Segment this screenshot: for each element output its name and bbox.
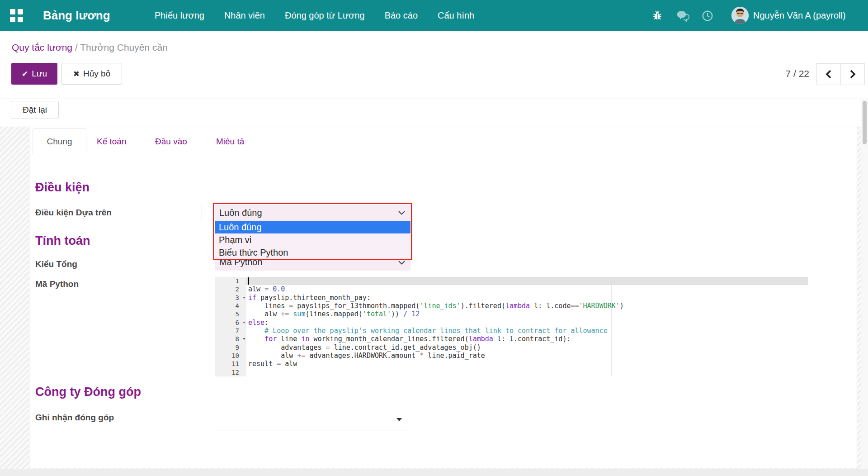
menu-payslips[interactable]: Phiếu lương: [155, 10, 204, 21]
user-avatar[interactable]: [731, 7, 749, 24]
fold-arrow-icon[interactable]: ▾: [242, 319, 245, 327]
chevron-down-icon: [398, 211, 405, 215]
section-contribution-title: Công ty Đóng góp: [35, 385, 141, 399]
gutter-line-number: 6▾: [215, 319, 246, 327]
gutter-line-number: 5: [215, 310, 246, 318]
gutter-line-number: 8▾: [215, 335, 246, 343]
code-gutter: 123▾456▾78▾9101112: [215, 277, 246, 376]
breadcrumb: Quy tắc lương / Thưởng Chuyên cần: [12, 40, 168, 55]
horizontal-scrollbar[interactable]: [0, 469, 868, 476]
apps-grid-icon[interactable]: [10, 9, 23, 22]
python-code-editor[interactable]: 123▾456▾78▾9101112 alw = 0.0if payslip.t…: [215, 277, 808, 376]
dropdown-option[interactable]: Phạm vi: [215, 233, 410, 246]
python-code-label: Mã Python: [35, 279, 79, 289]
gutter-line-number: 4: [215, 302, 246, 310]
tab-general[interactable]: Chung: [33, 129, 86, 154]
code-line[interactable]: result = alw: [246, 360, 808, 368]
dropdown-option[interactable]: Luôn đúng: [215, 221, 410, 233]
navbar-menus: Phiếu lương Nhân viên Đóng góp từ Lương …: [155, 0, 474, 31]
vertical-scrollbar[interactable]: [861, 99, 868, 476]
code-line[interactable]: alw += sum(lines.mapped('total')) / 12: [246, 310, 808, 318]
menu-contributions[interactable]: Đóng góp từ Lương: [285, 10, 365, 21]
section-computation-title: Tính toán: [35, 234, 90, 248]
dropdown-option[interactable]: Biểu thức Python: [215, 246, 410, 259]
code-line[interactable]: [246, 368, 808, 376]
chevron-left-icon: [825, 70, 832, 79]
chevron-right-icon: [849, 70, 856, 79]
check-icon: ✔: [22, 70, 28, 78]
fold-arrow-icon[interactable]: ▾: [242, 335, 245, 343]
code-line[interactable]: # Loop over the payslip's working calend…: [246, 327, 808, 335]
bug-icon[interactable]: [651, 10, 663, 23]
gutter-line-number: 2: [215, 285, 246, 293]
pager: [816, 63, 865, 85]
code-line[interactable]: alw += advantages.HARDWORK.amount * line…: [246, 352, 808, 360]
tab-accounting[interactable]: Kế toán: [97, 129, 127, 154]
gutter-line-number: 12: [215, 368, 246, 376]
pager-next-button[interactable]: [841, 63, 865, 85]
pager-previous-button[interactable]: [816, 63, 841, 85]
pager-value: 7 / 22: [746, 63, 809, 84]
cross-icon: ✖: [73, 70, 80, 78]
chevron-down-icon: [398, 261, 405, 265]
menu-configuration[interactable]: Cấu hình: [438, 10, 474, 21]
statusbar: Đặt lại: [0, 99, 868, 127]
app-brand[interactable]: Bảng lương: [43, 0, 110, 31]
caret-down-icon: [396, 418, 402, 421]
code-line[interactable]: alw = 0.0: [246, 285, 808, 293]
breadcrumb-current: Thưởng Chuyên cần: [80, 42, 168, 52]
top-navbar: Bảng lương Phiếu lương Nhân viên Đóng gó…: [0, 0, 868, 31]
tab-inputs[interactable]: Đầu vào: [155, 129, 187, 154]
gutter-line-number: 10: [215, 352, 246, 360]
code-lines[interactable]: alw = 0.0if payslip.thirteen_month_pay: …: [246, 277, 808, 376]
contribution-register-label: Ghi nhận đóng góp: [35, 413, 114, 423]
code-line[interactable]: if payslip.thirteen_month_pay:: [246, 294, 808, 302]
code-line[interactable]: lines = payslips_for_13thmonth.mapped('l…: [246, 302, 808, 310]
save-button[interactable]: ✔Lưu: [11, 63, 57, 85]
reset-button[interactable]: Đặt lại: [11, 101, 59, 119]
discard-button[interactable]: ✖Hủy bỏ: [61, 63, 122, 85]
messages-icon[interactable]: [676, 10, 690, 24]
section-condition-title: Điều kiện: [35, 181, 90, 195]
column-separator: [202, 205, 202, 221]
fold-arrow-icon[interactable]: ▾: [242, 294, 245, 302]
gutter-line-number: 9: [215, 343, 246, 352]
menu-employees[interactable]: Nhân viên: [224, 10, 265, 21]
gutter-line-number: 1: [215, 277, 246, 285]
condition-select-value: Luôn đúng: [219, 208, 262, 218]
code-line[interactable]: advantages = line.contract_id.get_advata…: [246, 343, 808, 352]
code-line[interactable]: else:: [246, 319, 808, 327]
condition-dropdown-list: Luôn đúng Phạm vi Biểu thức Python: [215, 221, 410, 259]
code-line[interactable]: for line in working_month_calendar_lines…: [246, 335, 808, 343]
scrollbar-thumb[interactable]: [863, 101, 867, 144]
condition-based-on-label: Điều kiện Dựa trên: [35, 208, 112, 218]
page: Bảng lương Phiếu lương Nhân viên Đóng gó…: [0, 0, 868, 476]
breadcrumb-separator: /: [75, 42, 80, 52]
code-line[interactable]: [246, 277, 808, 285]
gutter-line-number: 11: [215, 360, 246, 368]
gutter-line-number: 3▾: [215, 294, 246, 302]
control-panel: Quy tắc lương / Thưởng Chuyên cần ✔Lưu ✖…: [0, 31, 868, 99]
text-cursor: [248, 277, 249, 285]
condition-select[interactable]: Luôn đúng: [215, 205, 410, 221]
user-name[interactable]: Nguyễn Văn A (payroll): [753, 0, 846, 31]
tab-description[interactable]: Miêu tả: [216, 129, 244, 154]
amount-type-label: Kiểu Tổng: [35, 259, 77, 269]
menu-reports[interactable]: Báo cáo: [385, 10, 418, 21]
breadcrumb-parent-link[interactable]: Quy tắc lương: [12, 42, 72, 52]
contribution-register-field[interactable]: [215, 409, 409, 430]
column-separator: [214, 407, 214, 431]
gutter-line-number: 7: [215, 327, 246, 335]
tab-bar: [29, 129, 857, 154]
activities-clock-icon[interactable]: [702, 10, 713, 24]
